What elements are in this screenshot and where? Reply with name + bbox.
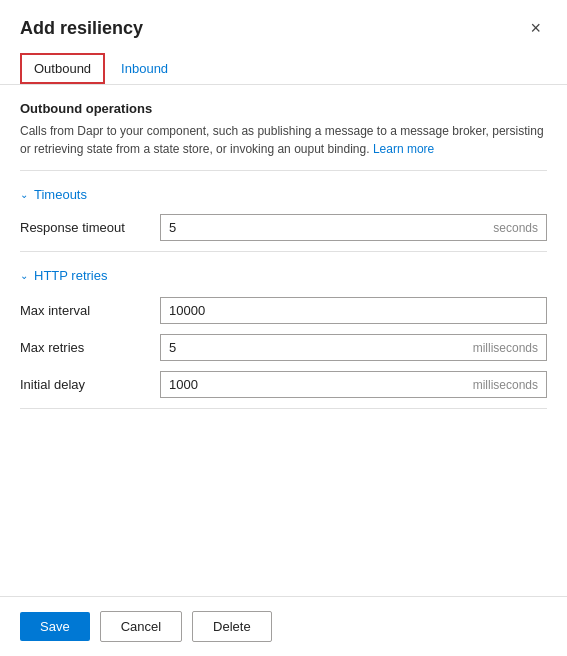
http-retries-header[interactable]: ⌄ HTTP retries — [20, 262, 547, 289]
response-timeout-label: Response timeout — [20, 220, 160, 235]
initial-delay-suffix: milliseconds — [465, 373, 546, 397]
initial-delay-input[interactable] — [161, 372, 465, 397]
close-button[interactable]: × — [524, 16, 547, 41]
outbound-section-title: Outbound operations — [20, 101, 547, 116]
dialog-content: Outbound operations Calls from Dapr to y… — [0, 85, 567, 596]
delete-button[interactable]: Delete — [192, 611, 272, 642]
tab-outbound[interactable]: Outbound — [20, 53, 105, 84]
http-retries-label: HTTP retries — [34, 268, 107, 283]
timeouts-label: Timeouts — [34, 187, 87, 202]
max-retries-suffix: milliseconds — [465, 336, 546, 360]
add-resiliency-dialog: Add resiliency × Outbound Inbound Outbou… — [0, 0, 567, 656]
timeouts-chevron-icon: ⌄ — [20, 189, 28, 200]
max-interval-input[interactable] — [161, 298, 546, 323]
learn-more-link[interactable]: Learn more — [373, 142, 434, 156]
response-timeout-suffix: seconds — [485, 216, 546, 240]
timeouts-header[interactable]: ⌄ Timeouts — [20, 181, 547, 208]
http-retries-fields: Max interval Max retries milliseconds In… — [20, 297, 547, 398]
response-timeout-row: Response timeout seconds — [20, 214, 547, 241]
max-retries-label: Max retries — [20, 340, 160, 355]
tabs-bar: Outbound Inbound — [0, 53, 567, 85]
response-timeout-input-wrapper: seconds — [160, 214, 547, 241]
tab-inbound[interactable]: Inbound — [109, 53, 180, 84]
max-interval-input-wrapper — [160, 297, 547, 324]
max-interval-label: Max interval — [20, 303, 160, 318]
cancel-button[interactable]: Cancel — [100, 611, 182, 642]
max-retries-input[interactable] — [161, 335, 465, 360]
divider-1 — [20, 170, 547, 171]
initial-delay-label: Initial delay — [20, 377, 160, 392]
desc-text: Calls from Dapr to your component, such … — [20, 124, 544, 156]
max-retries-input-wrapper: milliseconds — [160, 334, 547, 361]
dialog-footer: Save Cancel Delete — [0, 596, 567, 656]
divider-3 — [20, 408, 547, 409]
save-button[interactable]: Save — [20, 612, 90, 641]
divider-2 — [20, 251, 547, 252]
initial-delay-input-wrapper: milliseconds — [160, 371, 547, 398]
response-timeout-input[interactable] — [161, 215, 485, 240]
max-interval-row: Max interval — [20, 297, 547, 324]
initial-delay-row: Initial delay milliseconds — [20, 371, 547, 398]
outbound-section-desc: Calls from Dapr to your component, such … — [20, 122, 547, 158]
http-retries-chevron-icon: ⌄ — [20, 270, 28, 281]
dialog-header: Add resiliency × — [0, 0, 567, 53]
dialog-title: Add resiliency — [20, 18, 143, 39]
max-retries-row: Max retries milliseconds — [20, 334, 547, 361]
